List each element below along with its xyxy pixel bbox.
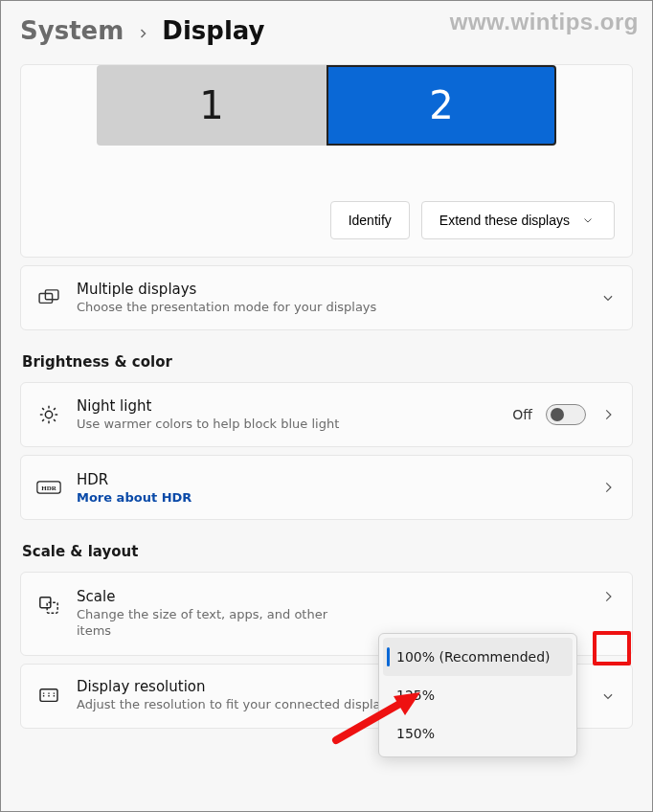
hdr-title: HDR (77, 471, 584, 488)
scale-sub: Change the size of text, apps, and other… (77, 607, 354, 640)
multiple-displays-sub: Choose the presentation mode for your di… (77, 300, 584, 316)
chevron-right-icon[interactable] (599, 479, 617, 496)
chevron-right-icon[interactable] (599, 406, 617, 423)
svg-point-2 (45, 411, 52, 417)
monitor-1[interactable]: 1 (97, 65, 326, 146)
section-scale-layout: Scale & layout (22, 543, 631, 560)
scale-title: Scale (77, 588, 354, 605)
multiple-displays-title: Multiple displays (77, 281, 584, 298)
svg-line-8 (54, 419, 56, 421)
monitor-picker[interactable]: 1 2 (38, 65, 615, 146)
chevron-down-icon[interactable] (599, 289, 617, 306)
night-light-icon (36, 404, 61, 425)
night-light-state: Off (512, 407, 532, 422)
hdr-row[interactable]: HDR HDR More about HDR (20, 455, 633, 520)
multiple-displays-icon (36, 289, 61, 306)
section-brightness-color: Brightness & color (22, 353, 631, 371)
hdr-more-link[interactable]: More about HDR (77, 490, 584, 505)
chevron-down-icon (579, 212, 597, 229)
identify-button[interactable]: Identify (330, 201, 410, 239)
identify-label: Identify (349, 213, 392, 228)
display-arrangement-panel: 1 2 Identify Extend these displays (20, 64, 633, 258)
night-light-toggle[interactable] (546, 404, 586, 425)
breadcrumb-root[interactable]: System (20, 16, 124, 45)
svg-line-10 (54, 408, 56, 410)
svg-rect-15 (40, 689, 57, 702)
breadcrumb: System Display (1, 1, 652, 64)
chevron-down-icon[interactable] (599, 688, 617, 705)
extend-displays-dropdown[interactable]: Extend these displays (421, 201, 615, 239)
svg-line-9 (42, 419, 44, 421)
svg-line-19 (336, 702, 403, 740)
multiple-displays-row[interactable]: Multiple displays Choose the presentatio… (20, 265, 633, 330)
svg-text:HDR: HDR (41, 485, 56, 491)
night-light-sub: Use warmer colors to help block blue lig… (77, 417, 497, 433)
highlight-box (593, 631, 631, 665)
chevron-right-icon[interactable] (599, 588, 617, 605)
chevron-right-icon (137, 16, 148, 45)
resolution-icon (36, 688, 61, 705)
night-light-title: Night light (77, 397, 497, 415)
svg-line-7 (42, 408, 44, 410)
scale-option-100[interactable]: 100% (Recommended) (383, 638, 573, 676)
night-light-row[interactable]: Night light Use warmer colors to help bl… (20, 382, 633, 447)
breadcrumb-current: Display (162, 16, 264, 45)
scale-icon (36, 594, 61, 615)
monitor-2[interactable]: 2 (326, 65, 556, 146)
annotation-arrow (328, 690, 424, 748)
extend-label: Extend these displays (439, 213, 570, 228)
hdr-icon: HDR (36, 480, 61, 495)
